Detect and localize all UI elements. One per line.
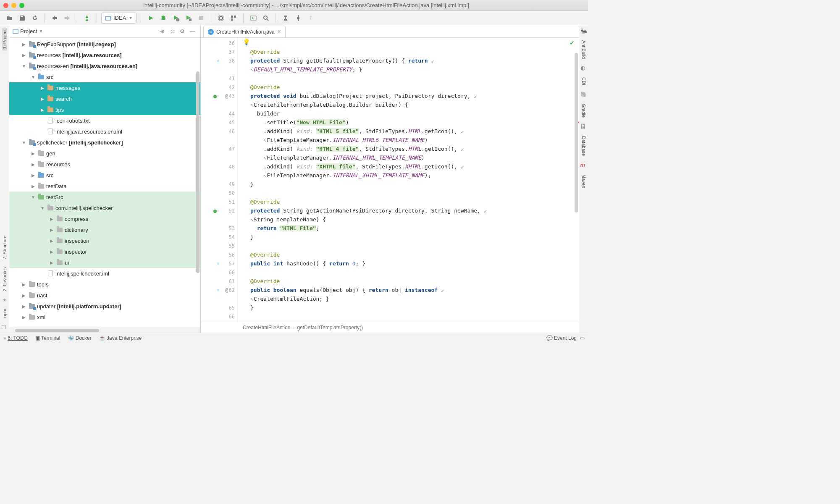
- project-tree[interactable]: ▶RegExpSupport [intellij.regexp]▶resourc…: [9, 38, 200, 328]
- memory-indicator[interactable]: ▭: [580, 335, 585, 341]
- horizontal-scrollbar[interactable]: [9, 328, 200, 333]
- tool-npm[interactable]: npm: [2, 307, 7, 319]
- tree-item[interactable]: ▶dictionary: [9, 224, 200, 235]
- chevron-down-icon: ▼: [39, 29, 43, 34]
- run-config-label: IDEA: [113, 15, 126, 21]
- tree-item[interactable]: ▶uast: [9, 290, 200, 301]
- tree-item[interactable]: ▶ui: [9, 257, 200, 268]
- status-todo[interactable]: ≡ 6: TODO: [3, 335, 28, 341]
- left-tool-stripe: 1: Project 7: Structure 2: Favorites ★ n…: [0, 25, 9, 333]
- intention-bulb-icon[interactable]: 💡: [243, 39, 250, 45]
- coverage-icon[interactable]: [171, 13, 181, 24]
- vcs-push-icon[interactable]: [305, 13, 316, 24]
- tree-item[interactable]: ▼testSrc: [9, 192, 200, 202]
- settings-icon[interactable]: [215, 13, 226, 24]
- maximize-window-icon[interactable]: [19, 3, 24, 8]
- status-terminal[interactable]: ▣ Terminal: [35, 335, 60, 341]
- collapse-all-icon[interactable]: [168, 27, 177, 36]
- tree-item-label: tips: [55, 107, 64, 113]
- tree-item[interactable]: ▶RegExpSupport [intellij.regexp]: [9, 39, 200, 50]
- folder-icon: [29, 63, 35, 69]
- code-editor[interactable]: @Overrideprotected String getDefaultTemp…: [238, 38, 579, 322]
- tool-database[interactable]: Database: [581, 134, 586, 158]
- tree-item[interactable]: ▶tools: [9, 279, 200, 290]
- tree-item[interactable]: ▶testData: [9, 181, 200, 192]
- inspections-ok-icon[interactable]: ✔: [570, 39, 575, 46]
- vcs-commit-icon[interactable]: [293, 13, 304, 24]
- tree-item[interactable]: ▼resources-en [intellij.java.resources.e…: [9, 60, 200, 71]
- collapse-icon[interactable]: ▢: [1, 323, 8, 330]
- debug-icon[interactable]: [158, 13, 169, 24]
- tree-item-label: search: [55, 96, 72, 102]
- tree-item-label: resources: [46, 161, 70, 168]
- gear-icon[interactable]: ⚙: [178, 27, 187, 36]
- tree-item[interactable]: icon-robots.txt: [9, 115, 200, 126]
- vcs-update-icon[interactable]: [280, 13, 291, 24]
- minimize-window-icon[interactable]: [11, 3, 16, 8]
- editor-tab[interactable]: C CreateHtmlFileAction.java ✕: [203, 26, 286, 37]
- breadcrumb-item[interactable]: CreateHtmlFileAction: [243, 325, 290, 331]
- java-class-icon: C: [208, 29, 214, 35]
- breadcrumb-item[interactable]: getDefaultTemplateProperty(): [297, 325, 363, 331]
- tree-item-label: src: [46, 172, 53, 178]
- run-icon[interactable]: [145, 13, 156, 24]
- back-icon[interactable]: [49, 13, 60, 24]
- tree-item[interactable]: ▼com.intellij.spellchecker: [9, 202, 200, 213]
- tree-item-label: gen: [46, 150, 55, 157]
- separator: [243, 13, 244, 23]
- tree-item[interactable]: ▶resources [intellij.java.resources]: [9, 50, 200, 60]
- tool-maven[interactable]: Maven: [581, 173, 586, 190]
- separator: [97, 13, 97, 23]
- locate-icon[interactable]: ⊕: [158, 27, 167, 36]
- stop-icon[interactable]: [196, 13, 207, 24]
- editor-gutter[interactable]: 363738⬆414243⬆@444546474849505152⬆535455…: [201, 38, 238, 322]
- cdi-icon: ◐: [580, 65, 587, 71]
- save-icon[interactable]: [17, 13, 28, 24]
- panel-actions: ⊕ ⚙ —: [158, 27, 197, 36]
- hide-icon[interactable]: —: [188, 27, 197, 36]
- tree-item[interactable]: intellij.spellchecker.iml: [9, 268, 200, 279]
- tool-ant[interactable]: Ant Build: [581, 39, 586, 60]
- tool-cdi[interactable]: CDI: [581, 76, 586, 87]
- project-panel-title[interactable]: Project ▼: [13, 28, 155, 34]
- tree-item[interactable]: ▼src: [9, 71, 200, 82]
- status-javaee[interactable]: ☕ Java Enterprise: [99, 335, 142, 341]
- tree-item[interactable]: ▶src: [9, 170, 200, 181]
- build-icon[interactable]: [81, 13, 92, 24]
- separator: [77, 13, 77, 23]
- tree-item[interactable]: intellij.java.resources.en.iml: [9, 126, 200, 137]
- tree-item[interactable]: ▶compress: [9, 213, 200, 224]
- tree-item[interactable]: ▶tips: [9, 104, 200, 115]
- profile-icon[interactable]: [183, 13, 194, 24]
- database-icon: 🗄: [580, 123, 587, 130]
- tree-item[interactable]: ▶search: [9, 93, 200, 104]
- close-window-icon[interactable]: [3, 3, 8, 8]
- tree-item[interactable]: ▶inspection: [9, 235, 200, 246]
- tree-item[interactable]: ▶messages: [9, 82, 200, 93]
- tool-favorites[interactable]: 2: Favorites: [2, 265, 7, 293]
- run-config-select[interactable]: IDEA ▼: [101, 13, 136, 24]
- tree-item[interactable]: ▶updater [intellij.platform.updater]: [9, 301, 200, 312]
- tree-item[interactable]: ▶inspector: [9, 246, 200, 257]
- tool-structure[interactable]: 7: Structure: [2, 234, 7, 261]
- tree-item[interactable]: ▶resources: [9, 159, 200, 170]
- scrollbar[interactable]: [196, 71, 200, 273]
- tool-gradle[interactable]: Gradle: [581, 102, 586, 119]
- maven-icon: m: [580, 162, 587, 168]
- tool-project[interactable]: 1: Project: [2, 28, 7, 50]
- forward-icon[interactable]: [62, 13, 73, 24]
- titlebar: intellij-community [~/IDEAProjects/intel…: [0, 0, 588, 11]
- refresh-icon[interactable]: [29, 13, 40, 24]
- tree-item[interactable]: ▶xml: [9, 312, 200, 323]
- close-icon[interactable]: ✕: [277, 29, 281, 34]
- run-anything-icon[interactable]: [248, 13, 259, 24]
- tree-item[interactable]: ▼spellchecker [intellij.spellchecker]: [9, 137, 200, 148]
- status-docker[interactable]: 🐳 Docker: [68, 335, 91, 341]
- event-log[interactable]: 💬 Event Log: [546, 335, 577, 341]
- tree-item-label: intellij.spellchecker.iml: [55, 270, 109, 277]
- project-structure-icon[interactable]: [228, 13, 239, 24]
- open-icon[interactable]: [4, 13, 15, 24]
- search-icon[interactable]: [260, 13, 271, 24]
- tree-item[interactable]: ▶gen: [9, 148, 200, 159]
- scrollbar[interactable]: [575, 53, 578, 213]
